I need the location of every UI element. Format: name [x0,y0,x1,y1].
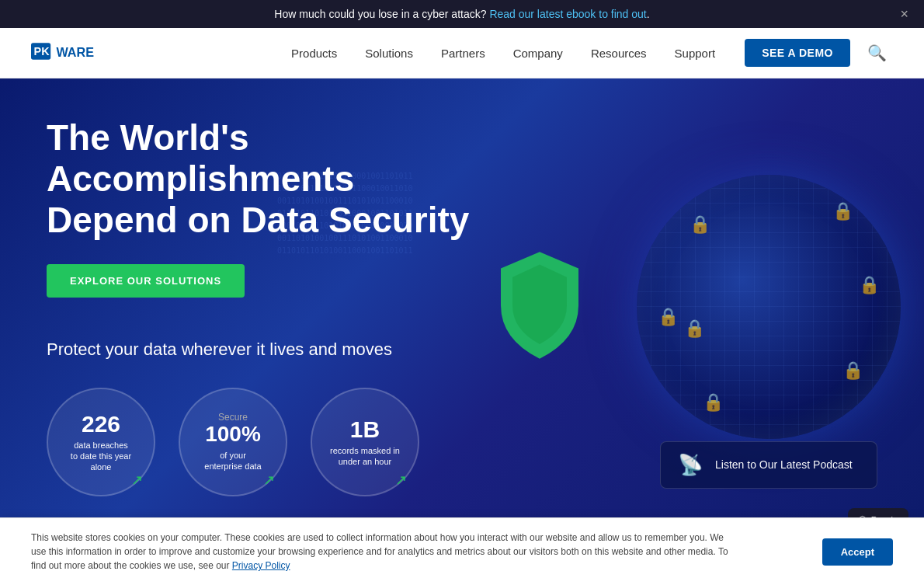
stat-prefix-secure: Secure [218,412,248,423]
banner-close-button[interactable]: × [900,7,908,21]
lock-icon-4: 🔒 [842,360,863,381]
explore-solutions-button[interactable]: EXPLORE OUR SOLUTIONS [47,264,245,298]
podcast-label: Listen to Our Latest Podcast [715,458,853,471]
stat-label-secure: of yourenterprise data [204,450,261,472]
arrow-icon-3: ↗ [395,472,407,489]
stat-num-breaches: 226 [82,411,120,437]
see-a-demo-button[interactable]: SEE A DEMO [745,39,850,67]
stat-circle-secure: Secure 100% of yourenterprise data ↗ [179,388,287,496]
lock-icon-1: 🔒 [690,214,710,235]
hero-subtitle: Protect your data wherever it lives and … [47,340,528,360]
nav-link-partners[interactable]: Partners [427,40,499,66]
banner-link[interactable]: Read our latest ebook to find out [489,8,646,20]
top-banner: How much could you lose in a cyber attac… [0,0,924,28]
nav-link-solutions[interactable]: Solutions [351,40,427,66]
stat-label-breaches: data breachesto date this yearalone [71,440,131,473]
nav-link-products[interactable]: Products [277,40,351,66]
lock-icon-3: 🔒 [859,275,880,295]
stat-label-records: records masked inunder an hour [330,445,400,468]
hero-headline: The World's Accomplishments Depend on Da… [47,117,528,241]
stat-circle-records: 1B records masked inunder an hour ↗ [311,388,419,496]
lock-icon-2: 🔒 [832,201,853,221]
nav-link-support[interactable]: Support [661,40,730,66]
globe-graphic: 🔒 🔒 🔒 🔒 🔒 🔒 🔒 [637,175,901,439]
cookie-banner: This website stores cookies on your comp… [0,517,924,585]
banner-text: How much could you lose in a cyber attac… [274,8,486,20]
hero-section: 01101011010100110001001101011 1001000111… [0,78,924,535]
nav-link-resources[interactable]: Resources [577,40,661,66]
logo[interactable]: PK WARE [31,37,143,68]
lock-icon-6: 🔒 [658,307,679,327]
podcast-icon: 📡 [678,453,703,477]
svg-text:WARE: WARE [56,45,94,59]
podcast-bar[interactable]: 📡 Listen to Our Latest Podcast [660,441,877,489]
lock-icon-7: 🔒 [684,319,705,339]
search-icon: 🔍 [867,44,887,61]
hero-content: The World's Accomplishments Depend on Da… [47,117,528,496]
cookie-accept-button[interactable]: Accept [822,538,893,566]
stat-num-records: 1B [350,416,380,442]
nav-links: Products Solutions Partners Company Reso… [277,40,729,66]
stat-num-secure: 100% [205,423,261,447]
cookie-text: This website stores cookies on your comp… [31,531,730,573]
stats-row: 226 data breachesto date this yearalone … [47,388,528,496]
lock-icon-5: 🔒 [703,392,724,413]
svg-text:PK: PK [34,45,50,57]
privacy-policy-link[interactable]: Privacy Policy [232,560,290,571]
navbar: PK WARE Products Solutions Partners Comp… [0,28,924,78]
nav-link-company[interactable]: Company [499,40,577,66]
arrow-icon-1: ↗ [131,472,143,489]
search-button[interactable]: 🔍 [861,40,893,65]
stat-circle-breaches: 226 data breachesto date this yearalone … [47,388,155,496]
arrow-icon-2: ↗ [263,472,275,489]
